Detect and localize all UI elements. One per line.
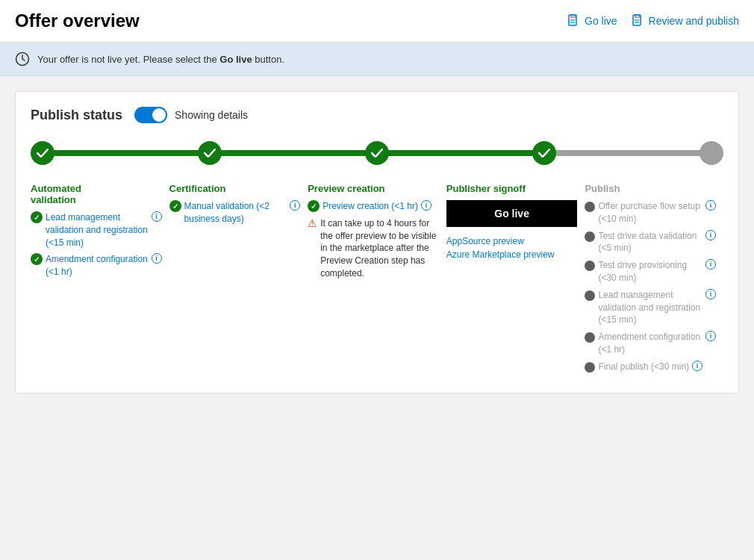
warning-icon-preview: ⚠ xyxy=(308,217,317,229)
publish-card: Publish status Showing details xyxy=(15,91,739,393)
warning-text-preview: It can take up to 4 hours for the offer … xyxy=(320,217,439,280)
main-content: Publish status Showing details xyxy=(0,76,754,408)
svg-rect-1 xyxy=(571,15,576,17)
review-publish-label: Review and publish xyxy=(649,15,739,27)
step-col-automated-validation: Automatedvalidation Lead management vali… xyxy=(31,183,169,378)
step-col-publish: Publish Offer purchase flow setup (<10 m… xyxy=(585,183,723,378)
step-item-amendment-text: Amendment configuration (<1 hr) xyxy=(46,253,149,279)
notice-bar: Your offer is not live yet. Please selec… xyxy=(0,43,754,76)
go-live-button[interactable]: Go live xyxy=(568,14,617,28)
step-col-preview-creation: Preview creation Preview creation (<1 hr… xyxy=(308,183,446,378)
step-circle-5 xyxy=(700,141,723,165)
step-item-lead-text: Lead management validation and registrat… xyxy=(46,211,149,249)
review-publish-button[interactable]: Review and publish xyxy=(632,14,739,28)
step-item-preview-text: Preview creation (<1 hr) xyxy=(323,200,418,213)
info-icon-manual[interactable]: i xyxy=(290,200,300,211)
info-icon-preview[interactable]: i xyxy=(421,200,431,211)
go-live-action-button[interactable]: Go live xyxy=(446,200,578,227)
step-item-final-publish: Final publish (<30 min) i xyxy=(585,361,716,373)
dot-test-drive-data xyxy=(585,231,595,242)
step-line-4-5 xyxy=(555,150,700,156)
step-title-automated-validation: Automatedvalidation xyxy=(31,183,162,205)
step-item-offer-purchase: Offer purchase flow setup (<10 min) i xyxy=(585,200,716,225)
step-item-test-drive-data: Test drive data validation (<5 min) i xyxy=(585,230,716,255)
svg-rect-5 xyxy=(635,15,640,17)
header-actions: Go live Review and publish xyxy=(568,14,739,28)
publish-status-header: Publish status Showing details xyxy=(31,107,723,123)
step-col-publisher-signoff: Publisher signoff Go live AppSource prev… xyxy=(446,183,585,378)
step-item-test-drive-prov: Test drive provisioning (<30 min) i xyxy=(585,259,716,284)
step-item-lead-mgmt-pub: Lead management validation and registrat… xyxy=(585,289,716,326)
step-item-amendment-pub: Amendment configuration (<1 hr) i xyxy=(585,331,716,356)
azure-marketplace-preview-link[interactable]: Azure Marketplace preview xyxy=(446,249,578,260)
step-title-publish: Publish xyxy=(585,183,716,194)
dot-lead-mgmt-pub xyxy=(585,290,595,301)
info-icon-test-drive-data[interactable]: i xyxy=(705,230,716,240)
info-icon-amendment[interactable]: i xyxy=(152,253,162,264)
step-item-preview: Preview creation (<1 hr) i xyxy=(308,200,439,213)
step-circle-3 xyxy=(365,141,389,165)
info-icon-lead-mgmt-pub[interactable]: i xyxy=(705,289,716,299)
step-text-test-drive-data: Test drive data validation (<5 min) xyxy=(598,230,702,255)
step-title-certification: Certification xyxy=(169,183,301,194)
step-item-lead-management: Lead management validation and registrat… xyxy=(31,211,162,249)
step-line-2-3 xyxy=(221,150,366,156)
step-text-lead-mgmt-pub: Lead management validation and registrat… xyxy=(598,289,702,326)
check-icon-preview xyxy=(308,200,320,212)
dot-final-publish xyxy=(585,362,595,373)
go-live-icon xyxy=(568,14,580,28)
step-line-1-2 xyxy=(54,150,199,156)
notice-bold: Go live xyxy=(219,54,252,65)
check-icon-amendment xyxy=(31,253,43,265)
toggle-container: Showing details xyxy=(134,107,248,123)
step-col-certification: Certification Manual validation (<2 busi… xyxy=(169,183,308,378)
steps-columns: Automatedvalidation Lead management vali… xyxy=(31,177,723,378)
notice-after: button. xyxy=(252,54,284,65)
info-icon-offer-purchase[interactable]: i xyxy=(705,200,716,211)
review-publish-icon xyxy=(632,14,644,28)
step-item-manual-text: Manual validation (<2 business days) xyxy=(184,200,287,225)
dot-offer-purchase xyxy=(585,202,595,212)
step-circle-4 xyxy=(532,141,556,165)
step-line-3-4 xyxy=(388,150,533,156)
notice-text: Your offer is not live yet. Please selec… xyxy=(37,54,284,65)
check-icon-manual xyxy=(169,200,181,212)
toggle-label: Showing details xyxy=(175,109,248,121)
step-circle-1 xyxy=(31,141,54,165)
step-text-final-publish: Final publish (<30 min) xyxy=(598,361,689,373)
clock-icon xyxy=(15,52,30,66)
dot-test-drive-prov xyxy=(585,261,595,271)
step-item-manual-validation: Manual validation (<2 business days) i xyxy=(169,200,301,225)
go-live-label: Go live xyxy=(585,15,617,27)
steps-progress-bar xyxy=(31,141,723,165)
step-text-offer-purchase: Offer purchase flow setup (<10 min) xyxy=(598,200,702,225)
toggle-knob xyxy=(152,108,166,122)
notice-before: Your offer is not live yet. Please selec… xyxy=(37,54,219,65)
info-icon-test-drive-prov[interactable]: i xyxy=(705,259,716,270)
page-title: Offer overview xyxy=(15,10,140,31)
step-item-amendment: Amendment configuration (<1 hr) i xyxy=(31,253,162,279)
check-icon-lead xyxy=(31,211,43,223)
publish-status-title: Publish status xyxy=(31,108,122,123)
appsource-preview-link[interactable]: AppSource preview xyxy=(446,236,578,246)
step-circle-2 xyxy=(198,141,222,165)
dot-amendment-pub xyxy=(585,332,595,343)
warning-item-preview: ⚠ It can take up to 4 hours for the offe… xyxy=(308,217,439,280)
page-header: Offer overview Go live Review and publis… xyxy=(0,0,754,43)
info-icon-final-publish[interactable]: i xyxy=(692,361,702,371)
step-text-test-drive-prov: Test drive provisioning (<30 min) xyxy=(598,259,702,284)
step-title-publisher-signoff: Publisher signoff xyxy=(446,183,578,194)
step-text-amendment-pub: Amendment configuration (<1 hr) xyxy=(598,331,702,356)
showing-details-toggle[interactable] xyxy=(134,107,167,123)
step-title-preview-creation: Preview creation xyxy=(308,183,439,194)
info-icon-amendment-pub[interactable]: i xyxy=(705,331,716,341)
info-icon-lead[interactable]: i xyxy=(152,211,162,222)
